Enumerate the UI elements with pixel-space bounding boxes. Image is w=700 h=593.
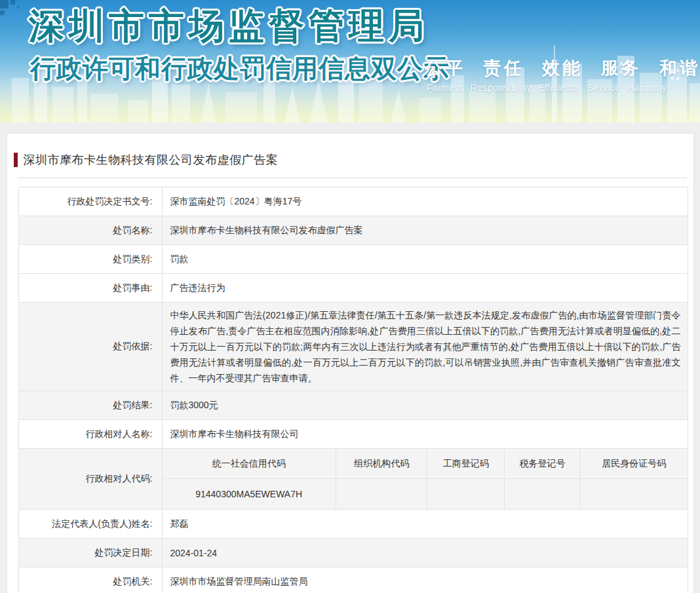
code-col-header: 工商登记码	[427, 449, 505, 479]
penalty-info-table: 行政处罚决定书文号: 深市监南处罚〔2024〕粤海17号 处罚名称: 深圳市摩布…	[18, 187, 688, 593]
table-row-counterpart-name: 行政相对人名称: 深圳市摩布卡生物科技有限公司	[19, 420, 688, 449]
table-row-penalty-name: 处罚名称: 深圳市摩布卡生物科技有限公司发布虚假广告案	[19, 216, 688, 245]
codes-cell: 统一社会信用代码 组织机构代码 工商登记码 税务登记号 居民身份证号码 9144…	[163, 449, 688, 509]
code-value-uscc: 91440300MA5EWEWA7H	[163, 479, 336, 509]
page-title: 深圳市摩布卡生物科技有限公司发布虚假广告案	[24, 152, 279, 168]
row-value: 深圳市摩布卡生物科技有限公司	[163, 420, 688, 448]
row-value: 广告违法行为	[163, 274, 688, 302]
code-col-header: 居民身份证号码	[581, 449, 688, 479]
table-row-penalty-basis: 处罚依据: 中华人民共和国广告法(2021修正)/第五章法律责任/第五十五条/第…	[19, 303, 688, 391]
row-label: 处罚依据:	[19, 303, 163, 391]
org-name: 深圳市市场监督管理局	[29, 3, 429, 50]
table-row-legal-representative: 法定代表人(负责人)姓名: 郑磊	[19, 510, 688, 539]
row-label: 行政相对人代码:	[19, 449, 163, 509]
table-row-decision-number: 行政处罚决定书文号: 深市监南处罚〔2024〕粤海17号	[19, 187, 688, 216]
row-value: 罚款3000元	[163, 391, 688, 419]
table-row-penalty-result: 处罚结果: 罚款3000元	[19, 391, 688, 420]
codes-grid: 统一社会信用代码 组织机构代码 工商登记码 税务登记号 居民身份证号码 9144…	[163, 449, 688, 509]
table-row-penalty-authority: 处罚机关: 深圳市市场监督管理局南山监管局	[19, 567, 688, 593]
row-label: 处罚名称:	[19, 216, 163, 244]
table-row-decision-date: 处罚决定日期: 2024-01-24	[19, 539, 688, 567]
code-value-id	[581, 479, 688, 509]
row-value: 2024-01-24	[163, 539, 688, 567]
table-row-counterpart-codes: 行政相对人代码: 统一社会信用代码 组织机构代码 工商登记码 税务登记号 居民身…	[19, 449, 688, 510]
slogan-english: Faimess Responsibility Efficiency Servic…	[425, 83, 669, 93]
table-row-penalty-category: 处罚类别: 罚款	[19, 245, 688, 274]
row-label: 法定代表人(负责人)姓名:	[19, 510, 163, 538]
row-label: 处罚机关:	[19, 567, 163, 593]
row-label: 处罚事由:	[19, 274, 163, 302]
row-value: 深圳市市场监督管理局南山监管局	[163, 567, 688, 593]
row-value: 深市监南处罚〔2024〕粤海17号	[163, 187, 688, 216]
table-row-penalty-reason: 处罚事由: 广告违法行为	[19, 274, 688, 303]
code-value-org	[336, 479, 428, 509]
row-label: 处罚类别:	[19, 245, 163, 273]
code-col-header: 统一社会信用代码	[163, 449, 336, 479]
code-value-business	[427, 479, 505, 509]
case-title-row: 深圳市摩布卡生物科技有限公司发布虚假广告案	[14, 152, 687, 168]
banner-subtitle: 行政许可和行政处罚信用信息双公示	[30, 51, 450, 86]
row-label: 处罚结果:	[19, 391, 163, 419]
title-divider	[18, 178, 687, 178]
banner-slogan: 公平 责任 效能 服务 和谐 Faimess Responsibility Ef…	[425, 56, 669, 93]
site-banner: 深圳市市场监督管理局 行政许可和行政处罚信用信息双公示 公平 责任 效能 服务 …	[0, 0, 700, 123]
code-col-header: 税务登记号	[505, 449, 581, 479]
slogan-chinese: 公平 责任 效能 服务 和谐	[425, 56, 669, 80]
row-value: 郑磊	[163, 510, 688, 538]
row-value: 深圳市摩布卡生物科技有限公司发布虚假广告案	[163, 216, 688, 244]
content-card: 深圳市摩布卡生物科技有限公司发布虚假广告案 行政处罚决定书文号: 深市监南处罚〔…	[7, 133, 694, 593]
row-label: 行政处罚决定书文号:	[19, 187, 163, 216]
row-value: 中华人民共和国广告法(2021修正)/第五章法律责任/第五十五条/第一款违反本法…	[163, 303, 688, 391]
row-value: 罚款	[163, 245, 688, 273]
code-value-tax	[505, 479, 581, 509]
code-col-header: 组织机构代码	[336, 449, 428, 479]
row-label: 行政相对人名称:	[19, 420, 163, 448]
title-accent-bar	[14, 153, 18, 167]
row-label: 处罚决定日期:	[19, 539, 163, 567]
